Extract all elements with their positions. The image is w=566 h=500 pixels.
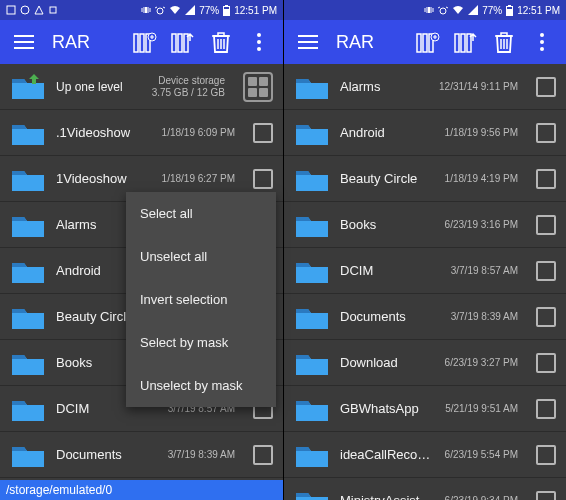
item-checkbox[interactable] (536, 261, 556, 281)
battery-icon (506, 5, 513, 16)
folder-icon (10, 395, 46, 423)
item-checkbox[interactable] (536, 445, 556, 465)
overflow-button[interactable] (245, 28, 273, 56)
svg-rect-2 (50, 7, 56, 13)
item-checkbox[interactable] (536, 399, 556, 419)
item-date: 1/18/19 6:27 PM (162, 173, 235, 184)
svg-point-17 (257, 47, 261, 51)
item-name: Beauty Circle (340, 171, 435, 186)
menu-unselect-by-mask[interactable]: Unselect by mask (126, 364, 276, 407)
list-item[interactable]: GBWhatsApp5/21/19 9:51 AM (284, 386, 566, 432)
item-checkbox[interactable] (536, 307, 556, 327)
path-bar[interactable]: /storage/emulated/0 (0, 480, 283, 500)
item-checkbox[interactable] (253, 123, 273, 143)
status-bar: 77% 12:51 PM (0, 0, 283, 20)
item-checkbox[interactable] (536, 169, 556, 189)
file-list-right[interactable]: Alarms12/31/14 9:11 PMAndroid1/18/19 9:5… (284, 64, 566, 500)
folder-icon (294, 349, 330, 377)
menu-button[interactable] (10, 28, 38, 56)
folder-icon (294, 395, 330, 423)
item-name: Android (340, 125, 435, 140)
list-item[interactable]: .1Videoshow1/18/19 6:09 PM (0, 110, 283, 156)
svg-point-1 (21, 6, 29, 14)
svg-rect-12 (172, 34, 176, 52)
books-up-icon (171, 31, 195, 53)
up-one-level-row[interactable]: Up one level Device storage 3.75 GB / 12… (0, 64, 283, 110)
item-checkbox[interactable] (253, 169, 273, 189)
item-checkbox[interactable] (536, 123, 556, 143)
svg-rect-22 (507, 7, 512, 9)
list-item[interactable]: Android1/18/19 9:56 PM (284, 110, 566, 156)
delete-button[interactable] (207, 28, 235, 56)
trash-icon (494, 31, 514, 53)
item-name: GBWhatsApp (340, 401, 435, 416)
svg-rect-3 (145, 7, 147, 13)
wifi-icon (169, 5, 181, 15)
menu-select-by-mask[interactable]: Select by mask (126, 321, 276, 364)
wifi-icon (452, 5, 464, 15)
svg-rect-27 (455, 34, 459, 52)
list-item[interactable]: Download6/23/19 3:27 PM (284, 340, 566, 386)
menu-button[interactable] (294, 28, 322, 56)
item-checkbox[interactable] (536, 491, 556, 501)
list-item[interactable]: DCIM3/7/19 8:57 AM (284, 248, 566, 294)
delete-button[interactable] (490, 28, 518, 56)
list-item[interactable]: Documents3/7/19 8:39 AM (284, 294, 566, 340)
status-bar: 77% 12:51 PM (284, 0, 566, 20)
item-name: Alarms (340, 79, 429, 94)
hamburger-icon (298, 35, 318, 49)
svg-point-31 (540, 40, 544, 44)
svg-rect-8 (134, 34, 138, 52)
svg-rect-18 (428, 7, 430, 13)
folder-icon (294, 487, 330, 501)
list-item[interactable]: Beauty Circle1/18/19 4:19 PM (284, 156, 566, 202)
list-item[interactable]: Books6/23/19 3:16 PM (284, 202, 566, 248)
item-date: 3/7/19 8:39 AM (168, 449, 235, 460)
item-date: 6/23/19 5:54 PM (445, 449, 518, 460)
more-vert-icon (539, 32, 545, 52)
list-item[interactable]: MinistryAssistant6/23/19 9:34 PM (284, 478, 566, 500)
add-archive-button[interactable] (414, 28, 442, 56)
add-archive-button[interactable] (131, 28, 159, 56)
menu-unselect-all[interactable]: Unselect all (126, 235, 276, 278)
view-toggle-button[interactable] (243, 72, 273, 102)
app-bar: RAR (0, 20, 283, 64)
more-vert-icon (256, 32, 262, 52)
books-up-icon (454, 31, 478, 53)
item-name: ideaCallRecorder (340, 447, 435, 462)
item-checkbox[interactable] (536, 353, 556, 373)
item-checkbox[interactable] (536, 215, 556, 235)
app-bar: RAR (284, 20, 566, 64)
hamburger-icon (14, 35, 34, 49)
vibrate-icon (424, 5, 434, 15)
extract-button[interactable] (452, 28, 480, 56)
clock-text: 12:51 PM (234, 5, 277, 16)
battery-text: 77% (482, 5, 502, 16)
item-date: 1/18/19 4:19 PM (445, 173, 518, 184)
item-checkbox[interactable] (253, 445, 273, 465)
overflow-button[interactable] (528, 28, 556, 56)
folder-icon (10, 349, 46, 377)
item-date: 6/23/19 3:27 PM (445, 357, 518, 368)
list-item[interactable]: Alarms12/31/14 9:11 PM (284, 64, 566, 110)
alarm-icon (155, 5, 165, 15)
extract-button[interactable] (169, 28, 197, 56)
context-menu: Select all Unselect all Invert selection… (126, 192, 276, 407)
battery-icon (223, 5, 230, 16)
svg-point-16 (257, 40, 261, 44)
app-title: RAR (52, 32, 90, 53)
svg-rect-0 (7, 6, 15, 14)
item-checkbox[interactable] (536, 77, 556, 97)
folder-icon (10, 211, 46, 239)
folder-icon (294, 441, 330, 469)
item-name: 1Videoshow (56, 171, 152, 186)
svg-rect-28 (461, 34, 465, 52)
menu-select-all[interactable]: Select all (126, 192, 276, 235)
battery-text: 77% (199, 5, 219, 16)
list-item[interactable]: Documents3/7/19 8:39 AM (0, 432, 283, 478)
item-date: 1/18/19 6:09 PM (162, 127, 235, 138)
item-date: 12/31/14 9:11 PM (439, 81, 518, 92)
menu-invert-selection[interactable]: Invert selection (126, 278, 276, 321)
up-label: Up one level (56, 80, 142, 94)
list-item[interactable]: ideaCallRecorder6/23/19 5:54 PM (284, 432, 566, 478)
